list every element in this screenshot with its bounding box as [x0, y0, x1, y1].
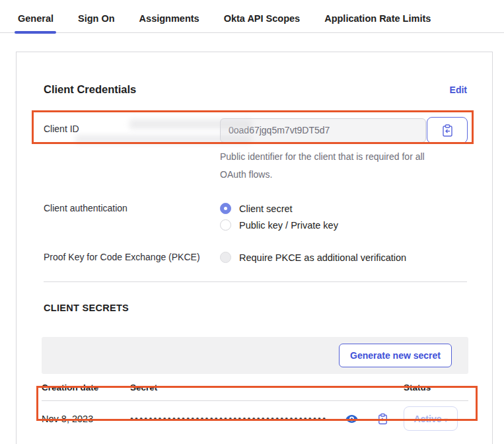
- client-credentials-header: Client Credentials Edit: [44, 83, 467, 96]
- radio-option-label: Public key / Private key: [239, 220, 338, 231]
- clipboard-copy-icon: [378, 413, 388, 425]
- radio-option-label: Client secret: [239, 204, 293, 214]
- radio-option-public-private-key[interactable]: Public key / Private key: [220, 219, 467, 231]
- general-settings-card: Client Credentials Edit Client ID: [16, 52, 493, 444]
- status-label: Active: [414, 414, 441, 424]
- client-authentication-row: Client authentication Client secret Publ…: [44, 203, 467, 236]
- masked-secret-value: ••••••••••••••••••••••••••••••••••••••••…: [130, 414, 343, 424]
- client-authentication-label: Client authentication: [44, 203, 220, 236]
- table-header-row: Creation date Secret Status: [42, 374, 468, 401]
- edit-link[interactable]: Edit: [450, 85, 467, 95]
- header-creation-date: Creation date: [42, 374, 130, 401]
- radio-selected-icon[interactable]: [220, 203, 231, 214]
- client-id-row: Client ID Public identifier for the clie…: [44, 117, 467, 184]
- section-title: Client Credentials: [44, 83, 136, 96]
- checkbox-unchecked-icon[interactable]: [220, 252, 231, 263]
- copy-client-id-button[interactable]: [427, 117, 468, 143]
- tab-sign-on[interactable]: Sign On: [78, 9, 115, 32]
- client-id-input[interactable]: [220, 118, 426, 143]
- creation-date-value: Nov 8, 2023: [42, 414, 93, 424]
- copy-secret-button[interactable]: [378, 413, 388, 425]
- client-secrets-title: CLIENT SECRETS: [44, 303, 467, 313]
- radio-unselected-icon[interactable]: [220, 219, 231, 231]
- pkce-row: Proof Key for Code Exchange (PKCE) Requi…: [44, 252, 467, 263]
- pkce-option-label: Require PKCE as additional verification: [239, 252, 406, 263]
- client-id-label: Client ID: [44, 117, 220, 184]
- chevron-down-icon: ▾: [445, 416, 448, 424]
- client-id-help-text: Public identifier for the client that is…: [220, 148, 439, 184]
- clipboard-copy-icon: [442, 124, 453, 137]
- tab-assignments[interactable]: Assignments: [139, 9, 199, 32]
- app-tabbar: General Sign On Assignments Okta API Sco…: [0, 0, 504, 33]
- tab-okta-api-scopes[interactable]: Okta API Scopes: [224, 9, 301, 32]
- pkce-label: Proof Key for Code Exchange (PKCE): [44, 252, 220, 263]
- pkce-checkbox-option[interactable]: Require PKCE as additional verification: [220, 252, 467, 263]
- tab-general[interactable]: General: [18, 9, 54, 32]
- tab-application-rate-limits[interactable]: Application Rate Limits: [324, 9, 431, 32]
- status-dropdown-button[interactable]: Active▾: [404, 406, 458, 431]
- table-row: Nov 8, 2023 ••••••••••••••••••••••••••••…: [42, 401, 468, 437]
- reveal-secret-button[interactable]: [345, 414, 358, 424]
- header-secret: Secret: [130, 374, 404, 401]
- client-secrets-block: Generate new secret Creation date Secret…: [42, 337, 468, 436]
- header-status: Status: [404, 374, 468, 401]
- client-secrets-toolbar: Generate new secret: [42, 337, 468, 374]
- section-divider: [44, 281, 467, 282]
- generate-new-secret-button[interactable]: Generate new secret: [339, 344, 452, 367]
- client-secrets-table: Creation date Secret Status Nov 8, 2023 …: [42, 374, 468, 436]
- radio-option-client-secret[interactable]: Client secret: [220, 203, 467, 214]
- eye-icon: [345, 414, 358, 424]
